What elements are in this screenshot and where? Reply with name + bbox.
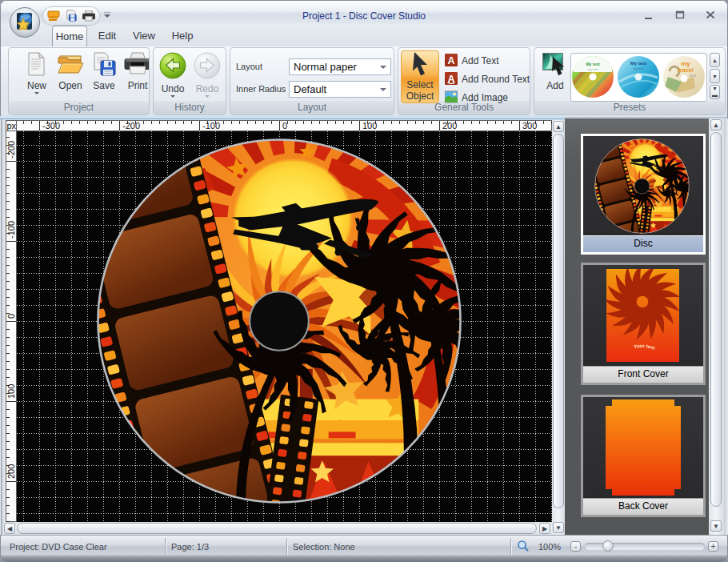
svg-text:100: 100 <box>6 384 16 399</box>
svg-text:px: px <box>7 121 17 130</box>
svg-text:-200: -200 <box>122 121 140 130</box>
svg-text:my: my <box>681 60 690 67</box>
svg-text:200: 200 <box>442 121 457 130</box>
svg-text:My text: My text <box>630 61 647 66</box>
svg-text:my text: my text <box>634 66 645 70</box>
svg-text:0: 0 <box>6 314 16 319</box>
svg-text:travel: travel <box>678 67 694 73</box>
svg-text:My text: My text <box>586 62 600 66</box>
svg-text:-100: -100 <box>6 221 16 239</box>
svg-text:-300: -300 <box>42 121 60 130</box>
svg-text:100: 100 <box>362 121 377 130</box>
svg-text:200: 200 <box>6 464 16 479</box>
svg-text:300: 300 <box>522 121 537 130</box>
svg-text:-200: -200 <box>6 141 16 159</box>
svg-text:A: A <box>447 55 454 66</box>
svg-text:-100: -100 <box>202 121 220 130</box>
svg-text:0: 0 <box>282 121 287 130</box>
svg-text:2013: 2013 <box>690 74 696 78</box>
svg-text:my text: my text <box>588 67 599 71</box>
